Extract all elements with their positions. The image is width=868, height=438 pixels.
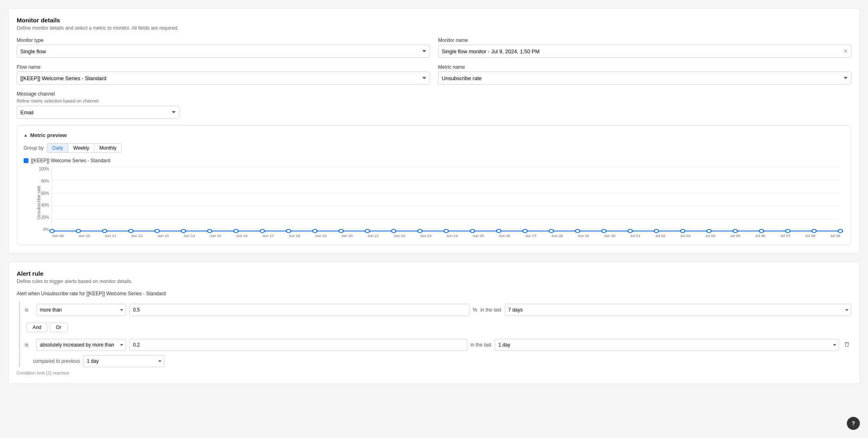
svg-point-30 xyxy=(838,229,843,233)
alert-rule-section: Alert rule Define rules to trigger alert… xyxy=(8,261,860,384)
flow-name-select[interactable]: [[KEEP]] Welcome Series - Standard xyxy=(17,72,430,85)
and-btn[interactable]: And xyxy=(26,323,47,332)
condition-1-period-select[interactable]: 1 day 7 days 14 days 30 days xyxy=(505,304,851,316)
condition-2-row: is more than less than exactly absolutel… xyxy=(20,336,851,353)
svg-point-26 xyxy=(733,229,737,233)
svg-point-6 xyxy=(207,229,212,233)
condition-1-is-label: is xyxy=(25,307,33,313)
help-button[interactable]: ? xyxy=(847,417,860,430)
svg-point-23 xyxy=(654,229,659,233)
condition-1-row: is more than less than exactly absolutel… xyxy=(20,301,851,318)
x-jun10: Jun 10 xyxy=(79,233,90,238)
metric-preview-header[interactable]: ▲ Metric preview xyxy=(24,132,844,138)
x-jun22: Jun 22 xyxy=(394,233,406,238)
svg-point-5 xyxy=(181,229,186,233)
metric-preview-title: Metric preview xyxy=(30,132,67,138)
monitor-name-label: Monitor name xyxy=(438,37,851,43)
svg-point-10 xyxy=(313,229,317,233)
y-40: 40% xyxy=(30,203,49,207)
x-jul09: Jul 09 xyxy=(830,233,840,238)
x-jun24: Jun 24 xyxy=(446,233,458,238)
svg-point-8 xyxy=(260,229,264,233)
chart-legend: [[KEEP]] Welcome Series - Standard xyxy=(24,158,844,163)
x-jun28: Jun 28 xyxy=(551,233,563,238)
x-jun09: Jun 09 xyxy=(52,233,64,238)
svg-point-22 xyxy=(628,229,632,233)
chart-area: 100% 80% 60% 40% 20% 0% xyxy=(52,167,840,232)
condition-2-in-the-last-label: in the last xyxy=(471,342,491,348)
y-100: 100% xyxy=(30,167,49,171)
condition-limit-text: Condition limit (2) reached xyxy=(17,370,851,375)
x-jun14: Jun 14 xyxy=(183,233,195,238)
metric-name-select[interactable]: Unsubscribe rate xyxy=(438,72,851,85)
svg-point-3 xyxy=(129,229,133,233)
alert-when-label: Alert when Unsubscribe rate for [[KEEP]]… xyxy=(17,291,851,296)
condition-1-value-input[interactable] xyxy=(129,304,469,316)
message-channel-sublabel: Refine metric selection based on channel… xyxy=(17,98,179,103)
condition-1-in-the-last-label: in the last xyxy=(480,307,501,313)
x-jun21: Jun 21 xyxy=(367,233,379,238)
monitor-name-group: Monitor name ✕ xyxy=(438,37,851,58)
x-jul01: Jul 01 xyxy=(630,233,640,238)
legend-label: [[KEEP]] Welcome Series - Standard xyxy=(31,158,110,163)
group-by-monthly-btn[interactable]: Monthly xyxy=(94,144,121,153)
x-jun16: Jun 16 xyxy=(236,233,248,238)
condition-2-type-select[interactable]: more than less than exactly absolutely i… xyxy=(36,339,126,351)
chart-svg xyxy=(52,167,840,232)
message-channel-select[interactable]: Email SMS Push xyxy=(17,106,179,119)
svg-point-4 xyxy=(155,229,159,233)
svg-point-29 xyxy=(812,229,816,233)
monitor-type-select[interactable]: Single flow Multi flow xyxy=(17,45,430,58)
svg-point-7 xyxy=(234,229,238,233)
x-jul08: Jul 08 xyxy=(805,233,815,238)
group-by-weekly-btn[interactable]: Weekly xyxy=(68,144,94,153)
y-axis-labels: 100% 80% 60% 40% 20% 0% xyxy=(30,167,49,232)
compared-to-select[interactable]: 1 day 7 days 14 days xyxy=(83,355,164,367)
compared-to-label: compared to previous xyxy=(33,358,80,364)
monitor-name-clear-btn[interactable]: ✕ xyxy=(843,48,848,54)
x-jun15: Jun 15 xyxy=(210,233,222,238)
y-20: 20% xyxy=(30,215,49,220)
x-jul05: Jul 05 xyxy=(730,233,740,238)
svg-point-15 xyxy=(444,229,449,233)
monitor-details-subtitle: Define monitor details and select a metr… xyxy=(17,25,851,31)
y-80: 80% xyxy=(30,179,49,183)
condition-2-value-input[interactable] xyxy=(129,339,467,351)
metric-name-group: Metric name Unsubscribe rate xyxy=(438,64,851,85)
or-btn[interactable]: Or xyxy=(50,323,67,332)
alert-when-container: Alert when Unsubscribe rate for [[KEEP]]… xyxy=(17,291,851,375)
chart-wrapper: Unsubscribe rate 100% 80% 60% 40% 20% 0% xyxy=(52,167,840,238)
y-60: 60% xyxy=(30,191,49,196)
monitor-name-input-wrapper: ✕ xyxy=(438,45,851,58)
condition-2-period-select[interactable]: 1 day 7 days 14 days 30 days xyxy=(495,339,839,351)
monitor-type-group: Monitor type Single flow Multi flow xyxy=(17,37,430,58)
condition-1-unit: % xyxy=(473,307,477,313)
message-channel-label: Message channel xyxy=(17,91,179,97)
svg-point-27 xyxy=(759,229,764,233)
group-by-row: Group by Daily Weekly Monthly xyxy=(24,143,844,153)
x-jul04: Jul 04 xyxy=(705,233,715,238)
x-jun18: Jun 18 xyxy=(288,233,300,238)
x-jul03: Jul 03 xyxy=(680,233,690,238)
x-axis-labels: Jun 09 Jun 10 Jun 11 Jun 12 Jun 13 Jun 1… xyxy=(52,233,840,238)
x-jul02: Jul 02 xyxy=(655,233,665,238)
x-jun29: Jun 29 xyxy=(578,233,589,238)
svg-point-0 xyxy=(50,229,55,233)
x-jun23: Jun 23 xyxy=(420,233,432,238)
monitor-details-title: Monitor details xyxy=(17,17,851,24)
monitor-name-input[interactable] xyxy=(438,45,851,58)
metric-preview-section: ▲ Metric preview Group by Daily Weekly M… xyxy=(17,125,851,245)
condition-1-type-select[interactable]: more than less than exactly absolutely i… xyxy=(36,304,126,316)
svg-point-12 xyxy=(365,229,370,233)
legend-color-swatch xyxy=(24,158,28,163)
monitor-type-name-row: Monitor type Single flow Multi flow Moni… xyxy=(17,37,851,58)
condition-2-delete-btn[interactable] xyxy=(842,340,851,350)
condition-2-container: is more than less than exactly absolutel… xyxy=(20,336,851,367)
svg-point-20 xyxy=(576,229,580,233)
monitor-type-label: Monitor type xyxy=(17,37,430,43)
group-by-daily-btn[interactable]: Daily xyxy=(47,144,68,153)
x-jun30: Jun 30 xyxy=(604,233,615,238)
x-jun17: Jun 17 xyxy=(262,233,274,238)
x-jun11: Jun 11 xyxy=(105,233,116,238)
y-0: 0% xyxy=(30,227,49,232)
